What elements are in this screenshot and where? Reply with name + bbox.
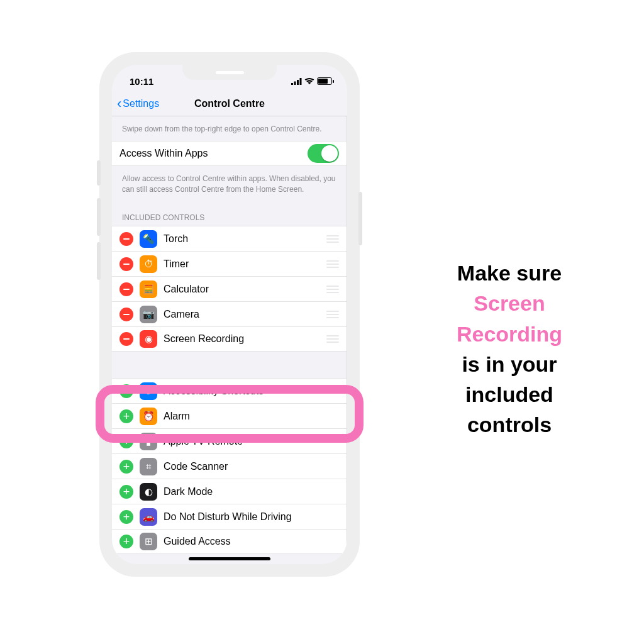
phone-frame: 10:11 ‹ Settings Control Centre [101,53,358,575]
callout-line1: Make sure [457,261,562,285]
control-row-accessibility-shortcuts[interactable]: ♿︎Accessibility Shortcuts [112,378,347,403]
svg-rect-3 [300,78,302,85]
access-within-apps-label: Access Within Apps [119,148,301,159]
callout-line5: included [465,382,553,406]
add-icon[interactable] [119,535,133,548]
control-label: Calculator [164,284,320,295]
alarm-icon: ⏰ [140,408,157,425]
remove-icon[interactable] [119,332,133,346]
svg-rect-2 [297,80,299,85]
control-row-camera[interactable]: 📷Camera [112,301,347,326]
svg-rect-1 [294,81,296,85]
add-icon[interactable] [119,485,133,499]
power-button [358,192,362,245]
do-not-disturb-while-driving-icon: 🚗 [140,508,157,526]
access-hint: Allow access to Control Centre within ap… [112,166,347,201]
remove-icon[interactable] [119,308,133,321]
reorder-grip-icon[interactable] [326,286,339,293]
home-indicator[interactable] [189,557,270,560]
settings-body[interactable]: Swipe down from the top-right edge to op… [112,116,347,564]
add-icon[interactable] [119,384,133,398]
add-icon[interactable] [119,460,133,474]
control-row-apple-tv-remote[interactable]: ▮Apple TV Remote [112,428,347,453]
guided-access-icon: ⊞ [140,533,157,550]
status-time: 10:11 [130,76,153,87]
notch [182,65,277,80]
control-row-calculator[interactable]: 🧮Calculator [112,276,347,301]
control-label: Alarm [164,411,339,422]
calculator-icon: 🧮 [140,280,157,298]
reorder-grip-icon[interactable] [326,335,339,343]
control-label: Guided Access [164,536,339,547]
back-button[interactable]: ‹ Settings [112,97,159,111]
remove-icon[interactable] [119,232,133,246]
reorder-grip-icon[interactable] [326,311,339,318]
control-row-dark-mode[interactable]: ◐Dark Mode [112,479,347,504]
cellular-icon [291,76,302,87]
control-label: Timer [164,258,320,270]
add-icon[interactable] [119,510,133,524]
remove-icon[interactable] [119,282,133,296]
dark-mode-icon: ◐ [140,483,157,501]
control-label: Dark Mode [164,486,339,497]
volume-down-button [97,242,101,280]
control-row-code-scanner[interactable]: ⌗Code Scanner [112,453,347,479]
apple-tv-remote-icon: ▮ [140,433,157,450]
control-row-timer[interactable]: ⏱Timer [112,251,347,276]
reorder-grip-icon[interactable] [326,260,339,268]
callout-line4: is in your [462,352,557,376]
control-label: Do Not Disturb While Driving [164,511,339,523]
screen-recording-icon: ◉ [140,330,157,348]
svg-rect-0 [291,83,293,85]
remove-icon[interactable] [119,257,133,271]
add-icon[interactable] [119,409,133,423]
battery-icon [317,77,332,85]
control-row-guided-access[interactable]: ⊞Guided Access [112,529,347,554]
swipe-hint: Swipe down from the top-right edge to op… [112,116,347,141]
status-icons [291,76,332,87]
control-row-screen-recording[interactable]: ◉Screen Recording [112,326,347,352]
control-label: Camera [164,309,320,320]
access-toggle[interactable] [308,144,339,163]
included-controls-list: 🔦Torch⏱Timer🧮Calculator📷Camera◉Screen Re… [112,226,347,352]
control-label: Torch [164,233,320,245]
reorder-grip-icon[interactable] [326,235,339,243]
torch-icon: 🔦 [140,230,157,248]
add-icon[interactable] [119,435,133,448]
code-scanner-icon: ⌗ [140,458,157,475]
accessibility-shortcuts-icon: ♿︎ [140,382,157,400]
control-label: Code Scanner [164,461,339,472]
mute-switch [97,160,101,186]
camera-icon: 📷 [140,306,157,323]
control-row-do-not-disturb-while-driving[interactable]: 🚗Do Not Disturb While Driving [112,504,347,529]
callout-line6: controls [467,413,552,436]
callout-recording: Recording [457,322,562,346]
wifi-icon [304,76,314,87]
callout-screen: Screen [474,291,545,315]
instruction-callout: Make sure Screen Recording is in your in… [396,258,623,440]
phone-screen: 10:11 ‹ Settings Control Centre [112,65,347,564]
control-row-alarm[interactable]: ⏰Alarm [112,403,347,428]
nav-bar: ‹ Settings Control Centre [112,91,347,116]
more-controls-list: ♿︎Accessibility Shortcuts⏰Alarm▮Apple TV… [112,378,347,554]
control-label: Screen Recording [164,333,320,345]
control-label: Accessibility Shortcuts [164,386,339,397]
control-label: Apple TV Remote [164,436,339,447]
volume-up-button [97,198,101,236]
control-row-torch[interactable]: 🔦Torch [112,226,347,251]
access-within-apps-row[interactable]: Access Within Apps [112,141,347,166]
back-label: Settings [123,98,159,109]
timer-icon: ⏱ [140,255,157,273]
chevron-left-icon: ‹ [117,97,121,111]
included-controls-header: Included Controls [112,201,347,226]
